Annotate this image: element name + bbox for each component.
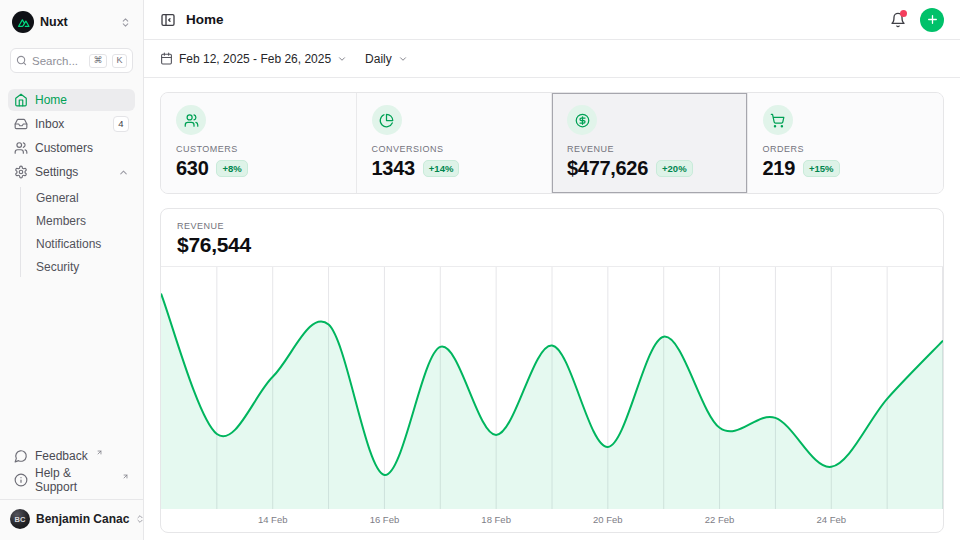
calendar-icon [160,52,173,65]
cart-icon [763,105,793,135]
chevron-down-icon [398,54,408,64]
period-select[interactable]: Daily [365,52,408,66]
x-axis-label: 24 Feb [816,514,846,525]
stat-value: 630 [176,157,208,180]
gear-icon [14,165,28,179]
sidebar: Nuxt Search... ⌘ K Home Inbox 4 [0,0,144,540]
stat-card-revenue[interactable]: REVENUE $477,626 +20% [552,93,748,193]
external-link-icon [122,473,129,480]
help-support-link[interactable]: Help & Support [8,469,135,491]
stat-delta-badge: +8% [216,160,247,177]
settings-subnav: General Members Notifications Security [20,187,135,277]
stat-card-customers[interactable]: CUSTOMERS 630 +8% [161,93,357,193]
stat-value: 219 [763,157,795,180]
x-axis-label: 18 Feb [481,514,511,525]
stat-value: $477,626 [567,157,648,180]
x-axis-label: 22 Feb [705,514,735,525]
chevrons-up-down-icon [120,17,131,28]
stats-grid: CUSTOMERS 630 +8% CONVERSIONS 1343 +14% [160,92,944,194]
chevron-down-icon [337,54,347,64]
plus-icon [926,13,939,26]
x-axis-label: 20 Feb [593,514,623,525]
x-axis-label: 14 Feb [258,514,288,525]
filter-toolbar: Feb 12, 2025 - Feb 26, 2025 Daily [144,40,960,78]
search-icon [16,55,27,66]
feedback-link[interactable]: Feedback [8,445,135,467]
chart-total-value: $76,544 [177,233,927,257]
x-axis-label: 16 Feb [370,514,400,525]
user-menu[interactable]: BC Benjamin Canac [0,499,143,532]
revenue-chart-card: REVENUE $76,544 14 Feb16 Feb18 Feb20 Feb… [160,208,944,533]
workspace-name: Nuxt [40,15,68,29]
chart-x-axis: 14 Feb16 Feb18 Feb20 Feb22 Feb24 Feb [161,509,943,532]
sidebar-spacer [8,279,135,445]
sidebar-nav: Home Inbox 4 Customers Settings Ge [8,89,135,279]
search-placeholder: Search... [32,55,84,67]
chart-header: REVENUE $76,544 [161,209,943,267]
chevron-up-icon [118,167,129,178]
stat-delta-badge: +14% [423,160,460,177]
revenue-chart-svg [161,267,943,509]
workspace-switcher[interactable]: Nuxt [8,8,135,36]
kbd-cmd: ⌘ [89,54,107,68]
stat-card-orders[interactable]: ORDERS 219 +15% [748,93,944,193]
info-circle-icon [14,473,28,487]
sidebar-footer-links: Feedback Help & Support [8,445,135,491]
sidebar-item-home[interactable]: Home [8,89,135,111]
add-button[interactable] [920,8,944,32]
external-link-icon [96,449,103,456]
collapse-sidebar-icon[interactable] [160,12,176,28]
topbar: Home [144,0,960,40]
notification-dot [900,10,907,17]
nuxt-logo-icon [12,11,34,33]
period-value: Daily [365,52,392,66]
sidebar-item-customers[interactable]: Customers [8,137,135,159]
message-circle-icon [14,449,28,463]
stat-delta-badge: +20% [656,160,693,177]
sidebar-item-members[interactable]: Members [36,210,135,231]
sidebar-item-general[interactable]: General [36,187,135,208]
sidebar-item-inbox[interactable]: Inbox 4 [8,113,135,135]
search-input[interactable]: Search... ⌘ K [10,48,133,73]
main-panel: Home Feb 12, 2025 - Feb 26, 2025 Daily [144,0,960,540]
dollar-icon [567,105,597,135]
chart-plot-area[interactable] [161,267,943,509]
kbd-k: K [112,54,127,68]
sidebar-item-security[interactable]: Security [36,256,135,277]
stat-label: ORDERS [763,144,929,154]
content: CUSTOMERS 630 +8% CONVERSIONS 1343 +14% [144,78,960,540]
avatar: BC [10,509,30,529]
stat-label: REVENUE [567,144,732,154]
date-range-value: Feb 12, 2025 - Feb 26, 2025 [179,52,331,66]
stat-label: CUSTOMERS [176,144,341,154]
date-range-picker[interactable]: Feb 12, 2025 - Feb 26, 2025 [160,52,347,66]
sidebar-item-label: Home [35,93,67,107]
pie-chart-icon [372,105,402,135]
inbox-icon [14,117,28,131]
chart-metric-label: REVENUE [177,221,927,231]
help-support-label: Help & Support [35,466,114,494]
inbox-count-badge: 4 [113,116,129,131]
stat-delta-badge: +15% [803,160,840,177]
sidebar-item-label: Inbox [35,117,64,131]
sidebar-item-settings[interactable]: Settings [8,161,135,183]
stat-label: CONVERSIONS [372,144,537,154]
sidebar-item-notifications[interactable]: Notifications [36,233,135,254]
sidebar-item-label: Customers [35,141,93,155]
notifications-button[interactable] [890,12,906,28]
stat-card-conversions[interactable]: CONVERSIONS 1343 +14% [357,93,553,193]
topbar-actions [890,8,944,32]
users-icon [176,105,206,135]
users-icon [14,141,28,155]
user-name: Benjamin Canac [36,512,129,526]
sidebar-item-label: Settings [35,165,78,179]
stat-value: 1343 [372,157,415,180]
page-title: Home [186,12,224,27]
home-icon [14,93,28,107]
feedback-label: Feedback [35,449,88,463]
